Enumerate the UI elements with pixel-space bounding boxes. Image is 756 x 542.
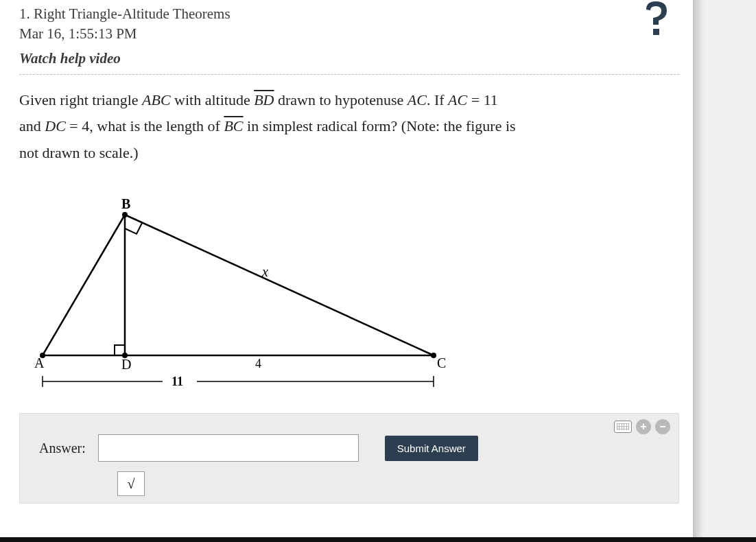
math-bc: BC xyxy=(224,117,243,134)
timestamp: Mar 16, 1:55:13 PM xyxy=(19,24,231,44)
svg-point-9 xyxy=(431,353,436,358)
problem-statement: Given right triangle ABC with altitude B… xyxy=(19,87,679,167)
text-frag: in simplest radical form? (Note: the fig… xyxy=(244,117,516,134)
svg-rect-0 xyxy=(653,29,659,35)
watch-help-video-link[interactable]: Watch help video xyxy=(19,50,121,67)
zoom-out-button[interactable]: − xyxy=(655,419,670,434)
text-frag: and xyxy=(19,117,45,134)
answer-row: Answer: Submit Answer xyxy=(39,434,668,462)
label-ac-11: 11 xyxy=(172,375,183,388)
math-triangle: ABC xyxy=(142,91,171,108)
submit-answer-button[interactable]: Submit Answer xyxy=(385,436,478,461)
text-frag: = xyxy=(467,91,483,108)
text-frag: not drawn to scale.) xyxy=(19,144,139,161)
problem-title-line: 1. Right Triangle-Altitude Theorems xyxy=(19,4,231,24)
problem-title: Right Triangle-Altitude Theorems xyxy=(34,5,231,22)
text-frag: drawn to hypotenuse xyxy=(274,91,407,108)
text-frag: Given right triangle xyxy=(19,91,142,108)
label-d: D xyxy=(121,357,131,372)
svg-point-10 xyxy=(122,212,128,217)
svg-line-3 xyxy=(125,215,434,355)
problem-meta-block: 1. Right Triangle-Altitude Theorems Mar … xyxy=(19,4,231,67)
text-frag: . If xyxy=(427,91,448,108)
label-b: B xyxy=(121,196,130,211)
sqrt-icon: √ xyxy=(128,476,135,492)
label-dc-4: 4 xyxy=(255,357,261,370)
answer-panel: + − Answer: Submit Answer √ xyxy=(19,413,679,504)
text-frag: , what is the length of xyxy=(89,117,224,134)
math-ac: AC xyxy=(448,91,467,108)
zoom-in-button[interactable]: + xyxy=(636,419,651,434)
math-hypotenuse: AC xyxy=(407,91,427,108)
problem-number: 1. xyxy=(19,5,30,22)
svg-marker-6 xyxy=(125,209,144,232)
label-x: x xyxy=(261,264,268,279)
page-shadow xyxy=(693,0,704,542)
answer-label: Answer: xyxy=(39,440,86,456)
math-val-11: 11 xyxy=(484,91,498,108)
text-frag: = xyxy=(66,117,82,134)
sqrt-button[interactable]: √ xyxy=(117,471,145,496)
svg-line-2 xyxy=(43,215,125,355)
panel-tools: + − xyxy=(614,419,670,434)
text-frag: with altitude xyxy=(171,91,255,108)
footer-bar xyxy=(0,537,756,542)
answer-input[interactable] xyxy=(98,434,359,462)
problem-page: 1. Right Triangle-Altitude Theorems Mar … xyxy=(0,0,693,542)
math-dc: DC xyxy=(45,117,66,134)
divider xyxy=(19,74,679,75)
math-val-4: 4 xyxy=(82,117,89,134)
label-a: A xyxy=(34,355,45,370)
triangle-diagram: A D C B x 4 11 xyxy=(22,191,679,399)
header-row: 1. Right Triangle-Altitude Theorems Mar … xyxy=(19,4,679,67)
label-c: C xyxy=(437,355,446,370)
keyboard-icon[interactable] xyxy=(614,421,632,433)
help-icon[interactable] xyxy=(639,0,672,30)
math-altitude: BD xyxy=(254,91,274,108)
